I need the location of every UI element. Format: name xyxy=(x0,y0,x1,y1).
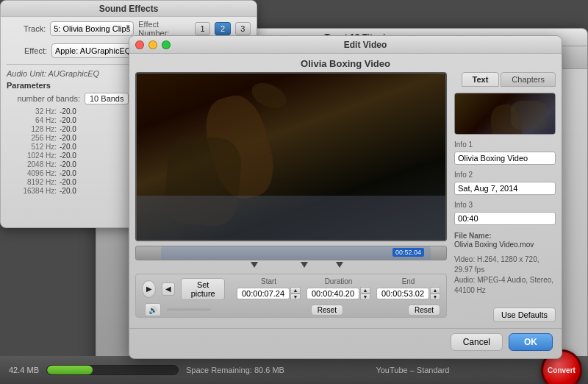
timeline-container: 00:52.04 xyxy=(135,246,447,269)
duration-stepper-down[interactable]: ▼ xyxy=(360,294,370,300)
track-select-wrapper: 5: Olivia Boxing Clips xyxy=(50,21,134,36)
volume-slider[interactable] xyxy=(167,308,211,311)
duration-time-field[interactable] xyxy=(306,288,359,299)
start-stepper-down[interactable]: ▼ xyxy=(290,294,301,300)
set-picture-button[interactable]: Set picture xyxy=(181,278,225,300)
couch-shape xyxy=(137,196,445,240)
end-label: End xyxy=(402,277,415,285)
track-label: Track: xyxy=(7,24,46,33)
playhead-tick-1 xyxy=(251,262,258,268)
chapter-thumbnail xyxy=(454,93,556,135)
duration-time-group: Duration ▲ ▼ xyxy=(306,277,370,300)
timeline-time-marker: 00:52.04 xyxy=(392,248,424,257)
freq-label-64: 64 Hz: xyxy=(12,116,57,124)
info2-label: Info 2 xyxy=(454,171,556,179)
video-content xyxy=(137,74,445,240)
sound-effects-titlebar: Sound Effects xyxy=(1,1,257,17)
info2-group: Info 2 xyxy=(454,171,556,195)
edit-video-footer: Cancel OK xyxy=(129,328,562,355)
cancel-button[interactable]: Cancel xyxy=(451,333,503,351)
ev-close-button[interactable] xyxy=(135,40,144,49)
end-time-field[interactable] xyxy=(376,288,429,299)
use-defaults-button[interactable]: Use Defaults xyxy=(493,307,556,322)
info1-label: Info 1 xyxy=(454,141,556,149)
bands-value: 10 Bands xyxy=(85,93,129,104)
tab-text[interactable]: Text xyxy=(462,72,500,87)
ev-maximize-button[interactable] xyxy=(162,40,171,49)
play-button[interactable]: ▶ xyxy=(142,280,156,298)
start-stepper-up[interactable]: ▲ xyxy=(290,287,301,294)
freq-label-128: 128 Hz: xyxy=(12,125,57,133)
effect-select[interactable]: Apple: AUGraphicEQ xyxy=(51,43,135,58)
duration-stepper-up[interactable]: ▲ xyxy=(360,287,370,294)
edit-video-left-panel: 00:52.04 ▶ ◀ Set picture xyxy=(135,72,447,322)
ev-tabs-row: Text Chapters xyxy=(454,72,556,87)
progress-bar xyxy=(46,365,179,375)
audio-unit-label: Audio Unit: AUGraphicEQ xyxy=(7,69,99,78)
freq-label-16384: 16384 Hz: xyxy=(12,187,57,195)
convert-label: Convert xyxy=(548,366,576,374)
effect-label: Effect: xyxy=(7,46,47,55)
parameters-label: Parameters xyxy=(7,81,51,90)
info1-group: Info 1 xyxy=(454,141,556,165)
info3-field[interactable] xyxy=(454,212,556,225)
end-stepper-up[interactable]: ▲ xyxy=(430,287,440,294)
playhead-arrows-row xyxy=(135,260,447,269)
playhead-tick-2 xyxy=(301,262,308,268)
edit-video-body: 00:52.04 ▶ ◀ Set picture xyxy=(129,72,562,328)
space-remaining-label: Space Remaining: 80.6 MB xyxy=(186,366,284,374)
playhead-tick-3 xyxy=(336,262,343,268)
end-time-group: End ▲ ▼ xyxy=(376,277,440,300)
reset-end-button[interactable]: Reset xyxy=(408,305,440,316)
audio-codec-info: Audio: MPEG-4 Audio, Stereo, 44100 Hz xyxy=(454,275,556,296)
end-stepper[interactable]: ▲ ▼ xyxy=(430,287,440,300)
bands-label: number of bands: xyxy=(7,94,80,103)
effect-num-1[interactable]: 1 xyxy=(195,22,210,35)
duration-label: Duration xyxy=(325,277,353,285)
effect-num-3[interactable]: 3 xyxy=(235,22,251,35)
thumbnail-content xyxy=(455,93,555,134)
video-tech-info: Video: H.264, 1280 x 720, 29.97 fps Audi… xyxy=(454,255,556,296)
video-controls-panel: ▶ ◀ Set picture Start ▲ ▼ xyxy=(135,274,447,318)
track-select[interactable]: 5: Olivia Boxing Clips xyxy=(50,21,134,36)
info1-field[interactable] xyxy=(454,152,556,165)
video-preview-frame xyxy=(135,72,447,241)
ok-button[interactable]: OK xyxy=(509,333,553,351)
edit-video-right-panel: Text Chapters Info 1 Info 2 xyxy=(454,72,556,322)
info3-label: Info 3 xyxy=(454,201,556,209)
reset-start-button[interactable]: Reset xyxy=(311,305,343,316)
freq-label-1024: 1024 Hz: xyxy=(12,152,57,160)
ev-minimize-button[interactable] xyxy=(148,40,157,49)
freq-label-32: 32 Hz: xyxy=(12,107,57,115)
freq-label-256: 256 Hz: xyxy=(12,134,57,142)
edit-video-clip-title: Olivia Boxing Video xyxy=(129,54,562,72)
end-stepper-down[interactable]: ▼ xyxy=(430,294,440,300)
info3-group: Info 3 xyxy=(454,201,556,225)
freq-label-8192: 8192 Hz: xyxy=(12,178,57,186)
info2-field[interactable] xyxy=(454,182,556,195)
file-name-group: File Name: Olivia Boxing Video.mov xyxy=(454,231,556,249)
format-label: YouTube – Standard xyxy=(292,366,534,374)
volume-button[interactable]: 🔊 xyxy=(145,303,161,316)
start-time-field[interactable] xyxy=(237,288,290,299)
file-name-label: File Name: xyxy=(454,232,492,240)
tab-chapters[interactable]: Chapters xyxy=(501,72,556,87)
effect-num-2[interactable]: 2 xyxy=(215,22,230,35)
freq-label-512: 512 Hz: xyxy=(12,143,57,151)
video-codec-info: Video: H.264, 1280 x 720, 29.97 fps xyxy=(454,255,556,275)
freq-label-2048: 2048 Hz: xyxy=(12,160,57,168)
controls-row-2: 🔊 Reset Reset xyxy=(142,303,440,316)
edit-video-dialog: Edit Video Olivia Boxing Video xyxy=(129,35,562,359)
controls-row-1: ▶ ◀ Set picture Start ▲ ▼ xyxy=(142,277,440,300)
freq-label-4096: 4096 Hz: xyxy=(12,169,57,177)
timeline-bar[interactable]: 00:52.04 xyxy=(135,246,447,260)
edit-video-dialog-title: Edit Video xyxy=(175,40,556,50)
duration-stepper[interactable]: ▲ ▼ xyxy=(360,287,370,300)
timeline-selected-range xyxy=(161,246,431,260)
start-label: Start xyxy=(261,277,276,285)
start-stepper[interactable]: ▲ ▼ xyxy=(290,287,301,300)
progress-fill xyxy=(47,366,93,374)
thumb-person-2 xyxy=(511,101,548,130)
sound-effects-title: Sound Effects xyxy=(99,4,159,14)
frame-back-button[interactable]: ◀ xyxy=(162,282,175,296)
